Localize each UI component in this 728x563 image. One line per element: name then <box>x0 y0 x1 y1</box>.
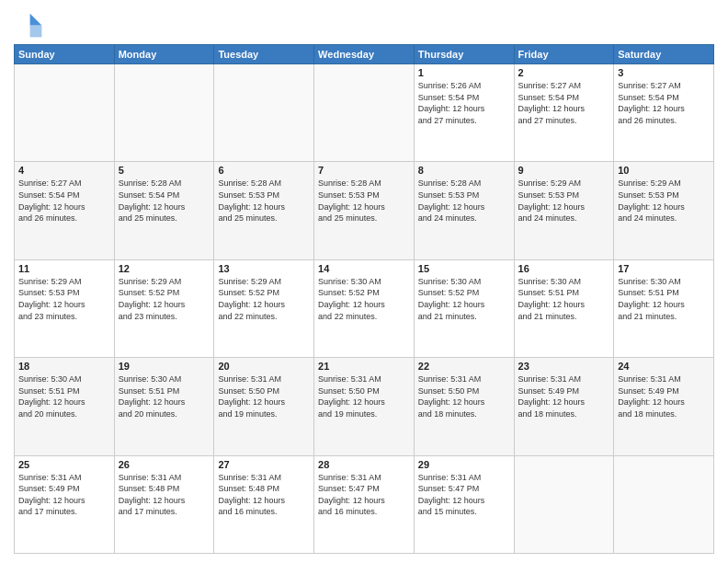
day-number: 23 <box>518 361 610 372</box>
calendar-day-cell: 14Sunrise: 5:30 AM Sunset: 5:52 PM Dayli… <box>314 259 415 357</box>
calendar-table: SundayMondayTuesdayWednesdayThursdayFrid… <box>14 44 714 554</box>
calendar-day-cell: 17Sunrise: 5:30 AM Sunset: 5:51 PM Dayli… <box>614 259 714 357</box>
day-info: Sunrise: 5:31 AM Sunset: 5:47 PM Dayligh… <box>418 472 510 518</box>
day-info: Sunrise: 5:29 AM Sunset: 5:52 PM Dayligh… <box>218 276 310 322</box>
day-info: Sunrise: 5:28 AM Sunset: 5:54 PM Dayligh… <box>119 178 210 224</box>
day-info: Sunrise: 5:27 AM Sunset: 5:54 PM Dayligh… <box>618 80 710 126</box>
calendar-day-cell: 7Sunrise: 5:28 AM Sunset: 5:53 PM Daylig… <box>314 162 415 259</box>
calendar-day-cell: 19Sunrise: 5:30 AM Sunset: 5:51 PM Dayli… <box>114 358 214 455</box>
day-info: Sunrise: 5:31 AM Sunset: 5:48 PM Dayligh… <box>119 472 210 518</box>
calendar-header-cell: Wednesday <box>314 45 415 64</box>
calendar-day-cell: 20Sunrise: 5:31 AM Sunset: 5:50 PM Dayli… <box>214 358 314 455</box>
calendar-day-cell: 23Sunrise: 5:31 AM Sunset: 5:49 PM Dayli… <box>514 358 614 455</box>
day-info: Sunrise: 5:30 AM Sunset: 5:52 PM Dayligh… <box>318 276 410 322</box>
day-info: Sunrise: 5:30 AM Sunset: 5:51 PM Dayligh… <box>119 373 210 419</box>
day-info: Sunrise: 5:31 AM Sunset: 5:50 PM Dayligh… <box>318 373 410 419</box>
calendar-header-cell: Saturday <box>614 45 714 64</box>
day-number: 13 <box>218 263 310 274</box>
calendar-week-row: 18Sunrise: 5:30 AM Sunset: 5:51 PM Dayli… <box>15 358 714 455</box>
calendar-body: 1Sunrise: 5:26 AM Sunset: 5:54 PM Daylig… <box>15 64 714 554</box>
day-number: 14 <box>318 263 410 274</box>
day-info: Sunrise: 5:28 AM Sunset: 5:53 PM Dayligh… <box>218 178 310 224</box>
day-number: 22 <box>418 361 510 372</box>
day-info: Sunrise: 5:31 AM Sunset: 5:50 PM Dayligh… <box>418 373 510 419</box>
calendar-day-cell: 18Sunrise: 5:30 AM Sunset: 5:51 PM Dayli… <box>15 358 115 455</box>
calendar-day-cell: 6Sunrise: 5:28 AM Sunset: 5:53 PM Daylig… <box>214 162 314 259</box>
calendar-day-cell: 22Sunrise: 5:31 AM Sunset: 5:50 PM Dayli… <box>414 358 514 455</box>
day-number: 21 <box>318 361 410 372</box>
day-info: Sunrise: 5:27 AM Sunset: 5:54 PM Dayligh… <box>518 80 610 126</box>
day-info: Sunrise: 5:29 AM Sunset: 5:53 PM Dayligh… <box>518 178 610 224</box>
calendar-day-cell: 15Sunrise: 5:30 AM Sunset: 5:52 PM Dayli… <box>414 259 514 357</box>
day-number: 4 <box>18 165 110 176</box>
day-number: 26 <box>119 459 210 470</box>
day-info: Sunrise: 5:26 AM Sunset: 5:54 PM Dayligh… <box>418 80 510 126</box>
calendar-header-cell: Friday <box>514 45 614 64</box>
day-number: 10 <box>618 165 710 176</box>
calendar-day-cell <box>314 64 415 162</box>
calendar-day-cell <box>15 64 115 162</box>
calendar-day-cell: 26Sunrise: 5:31 AM Sunset: 5:48 PM Dayli… <box>114 455 214 553</box>
day-info: Sunrise: 5:31 AM Sunset: 5:49 PM Dayligh… <box>18 472 110 518</box>
day-info: Sunrise: 5:31 AM Sunset: 5:49 PM Dayligh… <box>618 373 710 419</box>
svg-marker-0 <box>30 14 42 26</box>
day-number: 15 <box>418 263 510 274</box>
day-info: Sunrise: 5:29 AM Sunset: 5:53 PM Dayligh… <box>18 276 110 322</box>
calendar-day-cell: 28Sunrise: 5:31 AM Sunset: 5:47 PM Dayli… <box>314 455 415 553</box>
logo <box>14 9 47 39</box>
day-info: Sunrise: 5:29 AM Sunset: 5:52 PM Dayligh… <box>119 276 210 322</box>
calendar-header-cell: Tuesday <box>214 45 314 64</box>
day-number: 29 <box>418 459 510 470</box>
day-number: 16 <box>518 263 610 274</box>
day-info: Sunrise: 5:30 AM Sunset: 5:51 PM Dayligh… <box>18 373 110 419</box>
day-number: 1 <box>418 67 510 78</box>
day-info: Sunrise: 5:31 AM Sunset: 5:48 PM Dayligh… <box>218 472 310 518</box>
day-number: 12 <box>119 263 210 274</box>
calendar-day-cell: 5Sunrise: 5:28 AM Sunset: 5:54 PM Daylig… <box>114 162 214 259</box>
day-number: 6 <box>218 165 310 176</box>
day-number: 25 <box>18 459 110 470</box>
day-info: Sunrise: 5:28 AM Sunset: 5:53 PM Dayligh… <box>418 178 510 224</box>
day-number: 5 <box>119 165 210 176</box>
day-info: Sunrise: 5:30 AM Sunset: 5:52 PM Dayligh… <box>418 276 510 322</box>
calendar-week-row: 4Sunrise: 5:27 AM Sunset: 5:54 PM Daylig… <box>15 162 714 259</box>
calendar-day-cell: 2Sunrise: 5:27 AM Sunset: 5:54 PM Daylig… <box>514 64 614 162</box>
calendar-day-cell: 24Sunrise: 5:31 AM Sunset: 5:49 PM Dayli… <box>614 358 714 455</box>
header <box>14 9 714 39</box>
day-number: 27 <box>218 459 310 470</box>
page: SundayMondayTuesdayWednesdayThursdayFrid… <box>0 0 728 563</box>
calendar-day-cell: 3Sunrise: 5:27 AM Sunset: 5:54 PM Daylig… <box>614 64 714 162</box>
svg-marker-1 <box>30 26 42 38</box>
logo-icon <box>14 9 43 39</box>
day-number: 3 <box>618 67 710 78</box>
calendar-day-cell: 8Sunrise: 5:28 AM Sunset: 5:53 PM Daylig… <box>414 162 514 259</box>
calendar-day-cell: 25Sunrise: 5:31 AM Sunset: 5:49 PM Dayli… <box>15 455 115 553</box>
calendar-day-cell: 9Sunrise: 5:29 AM Sunset: 5:53 PM Daylig… <box>514 162 614 259</box>
day-info: Sunrise: 5:30 AM Sunset: 5:51 PM Dayligh… <box>618 276 710 322</box>
day-info: Sunrise: 5:31 AM Sunset: 5:47 PM Dayligh… <box>318 472 410 518</box>
day-number: 20 <box>218 361 310 372</box>
day-info: Sunrise: 5:31 AM Sunset: 5:50 PM Dayligh… <box>218 373 310 419</box>
day-info: Sunrise: 5:30 AM Sunset: 5:51 PM Dayligh… <box>518 276 610 322</box>
calendar-day-cell <box>514 455 614 553</box>
day-number: 11 <box>18 263 110 274</box>
day-info: Sunrise: 5:28 AM Sunset: 5:53 PM Dayligh… <box>318 178 410 224</box>
day-info: Sunrise: 5:27 AM Sunset: 5:54 PM Dayligh… <box>18 178 110 224</box>
calendar-day-cell: 10Sunrise: 5:29 AM Sunset: 5:53 PM Dayli… <box>614 162 714 259</box>
day-info: Sunrise: 5:29 AM Sunset: 5:53 PM Dayligh… <box>618 178 710 224</box>
calendar-day-cell: 16Sunrise: 5:30 AM Sunset: 5:51 PM Dayli… <box>514 259 614 357</box>
calendar-day-cell: 29Sunrise: 5:31 AM Sunset: 5:47 PM Dayli… <box>414 455 514 553</box>
calendar-header-cell: Monday <box>114 45 214 64</box>
day-info: Sunrise: 5:31 AM Sunset: 5:49 PM Dayligh… <box>518 373 610 419</box>
day-number: 8 <box>418 165 510 176</box>
day-number: 2 <box>518 67 610 78</box>
calendar-day-cell: 13Sunrise: 5:29 AM Sunset: 5:52 PM Dayli… <box>214 259 314 357</box>
calendar-week-row: 1Sunrise: 5:26 AM Sunset: 5:54 PM Daylig… <box>15 64 714 162</box>
calendar-header-cell: Sunday <box>15 45 115 64</box>
day-number: 24 <box>618 361 710 372</box>
day-number: 17 <box>618 263 710 274</box>
day-number: 7 <box>318 165 410 176</box>
calendar-day-cell <box>114 64 214 162</box>
calendar-week-row: 25Sunrise: 5:31 AM Sunset: 5:49 PM Dayli… <box>15 455 714 553</box>
calendar-day-cell <box>214 64 314 162</box>
